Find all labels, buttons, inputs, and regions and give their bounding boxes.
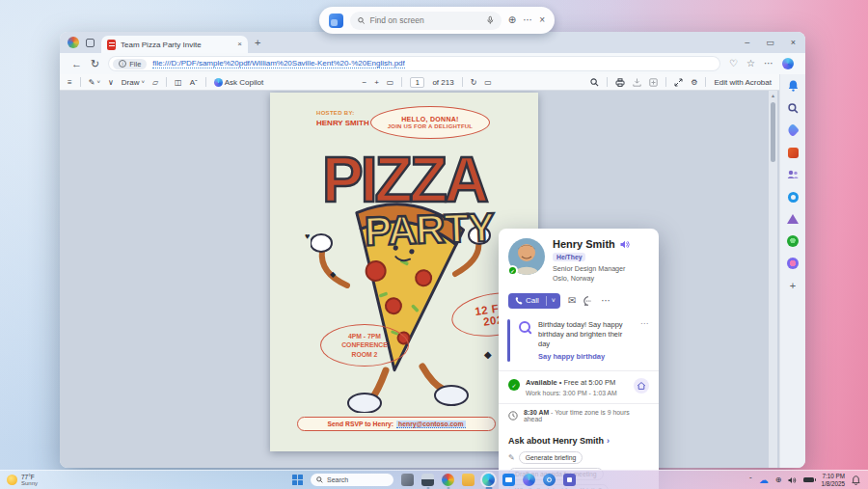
more-actions-icon[interactable]: ⋯ — [601, 295, 610, 306]
pronounce-name-icon[interactable] — [620, 240, 630, 249]
url-text[interactable]: file:///D:/PDF/sample%20pdf/William%20Sa… — [152, 59, 404, 68]
rsvp-email[interactable]: henry@contoso.com — [396, 421, 465, 428]
profile-avatar-icon[interactable] — [68, 37, 79, 48]
chevron-right-icon[interactable]: › — [607, 436, 610, 446]
minimize-icon[interactable]: – — [745, 38, 749, 47]
sidebar-outlook-icon[interactable] — [786, 190, 800, 204]
host-name: HENRY SMITH — [316, 119, 369, 127]
rsvp-banner: Send RSVP to Henry: henry@contoso.com — [297, 417, 496, 431]
sidebar-drop-icon[interactable] — [786, 212, 800, 226]
read-aloud-icon[interactable]: Aˆ — [190, 78, 198, 87]
onedrive-cloud-icon[interactable]: ☁ — [759, 475, 769, 485]
email-icon[interactable]: ✉ — [568, 295, 576, 306]
highlight-button[interactable]: ✎˅ — [89, 78, 100, 87]
toc-icon[interactable]: ≡ — [68, 78, 72, 87]
pen-icon[interactable]: ∨ — [108, 78, 114, 87]
outlook-icon[interactable] — [543, 474, 556, 486]
chat-icon[interactable] — [583, 296, 593, 306]
find-input-field[interactable] — [350, 12, 502, 30]
close-icon[interactable]: × — [539, 15, 545, 25]
microphone-icon[interactable] — [487, 15, 494, 25]
edit-with-acrobat-button[interactable]: Edit with Acrobat — [714, 78, 772, 87]
pdf-settings-icon[interactable]: ⚙ — [691, 78, 697, 87]
availability-row: ✓ Available • Free at 5:00 PM Work hours… — [499, 371, 659, 403]
sidebar-people-icon[interactable] — [786, 168, 800, 181]
settings-globe-icon[interactable]: ⊕ — [508, 15, 516, 25]
zoom-in-icon[interactable]: + — [374, 78, 379, 87]
folder-icon[interactable] — [462, 474, 475, 486]
sidebar-shopping-icon[interactable] — [786, 123, 800, 137]
page-view-icon[interactable]: ▭ — [484, 78, 492, 87]
save-as-icon[interactable] — [649, 78, 658, 87]
new-tab-icon[interactable]: + — [255, 38, 260, 48]
task-view-icon[interactable] — [401, 474, 414, 486]
suggestion-pill[interactable]: Generate briefing — [519, 451, 583, 464]
rotate-icon[interactable]: ↻ — [471, 78, 477, 87]
url-field[interactable]: i File file:///D:/PDF/sample%20pdf/Willi… — [108, 56, 720, 71]
print-icon[interactable] — [615, 78, 625, 87]
notification-more-icon[interactable]: ⋯ — [640, 319, 648, 328]
zoom-out-icon[interactable]: − — [362, 78, 366, 87]
pdf-toolbar: ≡ ✎˅ ∨ Draw˅ ▱ ◫ Aˆ Ask Copilot − + ▭ 1 … — [60, 74, 779, 91]
sidebar-add-icon[interactable]: + — [786, 279, 800, 292]
fullscreen-icon[interactable] — [674, 78, 683, 87]
weather-temp: 77°F — [21, 474, 38, 480]
refresh-icon[interactable]: ↻ — [91, 59, 99, 69]
browser-menu-icon[interactable]: ⋯ — [764, 59, 773, 68]
save-icon[interactable] — [633, 78, 641, 87]
start-button[interactable] — [292, 475, 303, 485]
time-location-oval: 4PM - 7PM CONFERENCE ROOM 2 — [320, 324, 409, 367]
avatar[interactable]: ✓ — [508, 238, 545, 275]
clock-widget[interactable]: 7:10 PM 1/8/2025 — [821, 473, 845, 488]
tab-actions-icon[interactable] — [86, 39, 95, 47]
network-icon[interactable]: ⊕ — [775, 475, 782, 484]
sparkle-decoration: ◆ — [330, 270, 336, 279]
favorites-icon[interactable]: ☆ — [746, 59, 755, 68]
scroll-up-icon[interactable]: ▴ — [772, 92, 774, 98]
sidebar-search-icon[interactable] — [786, 101, 800, 115]
pdf-scrollbar[interactable]: ▴ — [769, 91, 777, 468]
address-bar-actions: ♡ ☆ ⋯ — [729, 58, 794, 69]
tray-chevron-up-icon[interactable]: ˆ — [749, 475, 752, 484]
edge-icon[interactable] — [482, 474, 495, 486]
sidebar-games-icon[interactable] — [786, 146, 800, 159]
copilot-notification-icon[interactable] — [786, 79, 800, 93]
battery-icon[interactable] — [803, 477, 814, 483]
draw-button[interactable]: Draw˅ — [122, 78, 145, 87]
photos-icon[interactable] — [442, 474, 454, 486]
back-icon[interactable]: ← — [71, 59, 82, 69]
tab-team-pizza-party[interactable]: Team Pizza Party Invite × — [101, 36, 248, 53]
eraser-icon[interactable]: ▱ — [152, 78, 158, 87]
store-icon[interactable] — [502, 474, 515, 486]
copilot-icon[interactable] — [523, 474, 535, 486]
copilot-icon[interactable] — [782, 58, 794, 69]
more-options-icon[interactable]: ⋯ — [523, 15, 532, 25]
pdf-view[interactable]: HOSTED BY: HENRY SMITH HELLO, DONNA! JOI… — [60, 91, 779, 468]
tab-close-icon[interactable]: × — [237, 41, 242, 48]
maximize-icon[interactable]: ▭ — [766, 38, 774, 47]
search-document-icon[interactable] — [590, 78, 599, 87]
notification-bell-icon[interactable] — [852, 475, 860, 485]
ask-copilot-button[interactable]: Ask Copilot — [214, 78, 263, 87]
sparkle-decoration: ◆ — [484, 349, 492, 360]
window-close-icon[interactable]: × — [791, 38, 796, 47]
page-number-input[interactable]: 1 — [410, 77, 424, 88]
scrollbar-thumb[interactable] — [771, 102, 775, 162]
sun-icon — [7, 475, 17, 485]
weather-widget[interactable]: 77°F Sunny — [0, 474, 164, 486]
taskbar-search[interactable]: Search — [311, 474, 393, 486]
work-location-button[interactable] — [634, 378, 649, 394]
find-input[interactable] — [369, 15, 482, 25]
sidebar-clipchamp-icon[interactable] — [786, 257, 800, 270]
volume-icon[interactable] — [788, 476, 797, 484]
browser-essentials-icon[interactable]: ♡ — [729, 59, 738, 68]
call-options-chevron-icon[interactable]: ˅ — [547, 297, 560, 304]
sidebar-green-app-icon[interactable] — [786, 234, 800, 248]
teams-icon[interactable] — [563, 474, 576, 486]
call-button[interactable]: Call ˅ — [508, 293, 560, 309]
say-happy-birthday-link[interactable]: Say happy birthday — [538, 352, 631, 361]
fit-width-icon[interactable]: ▭ — [387, 78, 394, 87]
file-explorer-icon[interactable] — [421, 474, 434, 486]
two-page-view-icon[interactable]: ◫ — [175, 78, 182, 87]
file-scheme-chip[interactable]: i File — [113, 59, 147, 69]
